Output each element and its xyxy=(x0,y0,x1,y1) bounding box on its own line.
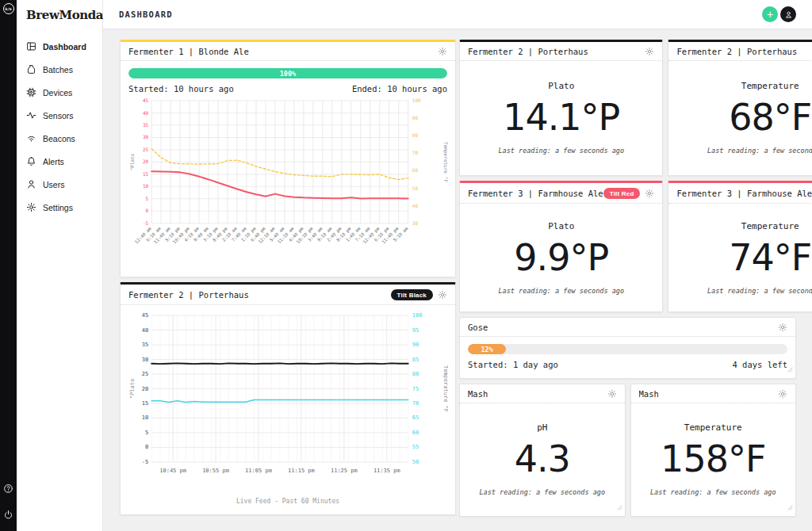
gear-icon[interactable] xyxy=(438,47,447,56)
svg-text:10:55 pm: 10:55 pm xyxy=(202,467,229,474)
gear-icon[interactable] xyxy=(778,389,787,399)
svg-text:Temperature °F: Temperature °F xyxy=(442,142,448,182)
card-title: Fermenter 1 | Blonde Ale xyxy=(128,47,249,56)
sensors-icon xyxy=(26,110,36,120)
add-button[interactable]: + xyxy=(762,6,778,22)
last-reading: Last reading: a few seconds ago xyxy=(498,147,624,155)
card-title: Fermenter 2 | Porterhaus xyxy=(676,47,797,56)
sidebar-item-settings[interactable]: Settings xyxy=(17,196,102,219)
dashboard-content: Fermenter 1 | Blonde Ale 100% Started: 1… xyxy=(103,29,812,517)
svg-text:50: 50 xyxy=(412,185,419,191)
svg-text:25: 25 xyxy=(142,370,148,377)
sidebar-item-label: Settings xyxy=(43,203,73,212)
card-stat-f2-plato: Fermenter 2 | Porterhaus Plato 14.1°P La… xyxy=(459,40,663,176)
gear-icon[interactable] xyxy=(607,389,617,399)
gear-icon[interactable] xyxy=(438,290,447,300)
resize-handle[interactable] xyxy=(617,499,622,514)
metric-label: Plato xyxy=(548,81,574,91)
power-icon[interactable] xyxy=(3,509,13,523)
fermenter1-history-chart: -50510152025303540453040506070809010012:… xyxy=(128,96,448,266)
avatar-button[interactable] xyxy=(780,6,796,22)
card-mash-temp: Mash Temperature 158°F Last reading: a f… xyxy=(630,384,797,517)
devices-icon xyxy=(26,87,36,97)
svg-text:45: 45 xyxy=(142,311,148,319)
svg-text:50: 50 xyxy=(412,458,419,465)
help-icon[interactable] xyxy=(3,483,13,497)
svg-text:40: 40 xyxy=(142,327,148,334)
svg-text:11:35 pm: 11:35 pm xyxy=(373,467,400,474)
resize-handle[interactable] xyxy=(787,361,793,376)
svg-text:60: 60 xyxy=(412,167,419,173)
svg-text:5: 5 xyxy=(145,429,148,436)
metric-label: Temperature xyxy=(684,422,742,433)
sidebar-item-devices[interactable]: Devices xyxy=(17,81,102,104)
card-title: Mash xyxy=(468,389,488,399)
started-label: Started: 10 hours ago xyxy=(128,84,234,94)
settings-icon xyxy=(26,202,36,212)
gear-icon[interactable] xyxy=(645,47,654,56)
topbar: DASHBOARD + xyxy=(103,0,812,29)
metric-value: 158°F xyxy=(661,441,765,477)
svg-text:80: 80 xyxy=(412,132,419,138)
dashboard-icon xyxy=(26,41,36,52)
metric-value: 9.9°P xyxy=(514,239,608,276)
sidebar-item-beacons[interactable]: Beacons xyxy=(17,127,102,150)
sidebar-item-dashboard[interactable]: Dashboard xyxy=(17,35,102,58)
card-title: Fermenter 2 | Porterhaus xyxy=(128,290,249,300)
sidebar-nav: DashboardBatchesDevicesSensorsBeaconsAle… xyxy=(17,35,102,219)
sidebar-item-batches[interactable]: Batches xyxy=(17,58,102,81)
sidebar-item-label: Alerts xyxy=(43,157,64,166)
resize-handle[interactable] xyxy=(787,499,793,514)
progress-label: 12% xyxy=(481,346,493,353)
sidebar-item-users[interactable]: Users xyxy=(17,173,102,196)
svg-text:°Plato: °Plato xyxy=(128,379,136,399)
started-label: Started: 1 day ago xyxy=(468,360,558,369)
svg-text:10: 10 xyxy=(142,414,148,421)
users-icon xyxy=(26,179,36,189)
svg-text:20: 20 xyxy=(143,159,149,164)
page-title: DASHBOARD xyxy=(119,10,173,19)
sidebar-item-sensors[interactable]: Sensors xyxy=(17,104,102,127)
svg-text:-5: -5 xyxy=(142,458,148,465)
card-title: Fermenter 3 | Farmhouse Ale xyxy=(468,189,603,198)
svg-text:30: 30 xyxy=(412,220,419,226)
progress-fill: 12% xyxy=(468,344,506,354)
svg-text:90: 90 xyxy=(412,115,419,120)
svg-text:45: 45 xyxy=(143,97,149,103)
card-title: Mash xyxy=(639,389,659,399)
svg-text:15: 15 xyxy=(142,399,148,407)
metric-value: 74°F xyxy=(729,239,811,276)
last-reading: Last reading: a few seconds ago xyxy=(650,488,776,496)
tilt-black-badge: Tilt Black xyxy=(391,289,433,300)
svg-text:-5: -5 xyxy=(143,220,149,226)
progress-fill: 100% xyxy=(128,68,447,78)
gear-icon[interactable] xyxy=(778,323,787,332)
plus-icon: + xyxy=(767,9,773,20)
svg-text:65: 65 xyxy=(412,414,419,421)
sidebar-item-label: Batches xyxy=(43,65,73,74)
progress-bar: 100% xyxy=(128,68,447,78)
metric-value: 4.3 xyxy=(515,441,570,477)
brand-badge: b/m xyxy=(3,3,14,14)
card-fermenter1: Fermenter 1 | Blonde Ale 100% Started: 1… xyxy=(120,40,456,277)
metric-value: 14.1°P xyxy=(503,99,619,136)
svg-text:20: 20 xyxy=(142,385,148,392)
chart-caption: Live Feed - Past 60 Minutes xyxy=(121,498,455,505)
metric-label: Plato xyxy=(548,221,574,231)
last-reading: Last reading: a few seconds ago xyxy=(479,488,605,496)
svg-text:Temperature °F: Temperature °F xyxy=(442,365,448,412)
progress-label: 100% xyxy=(280,70,296,78)
svg-text:0: 0 xyxy=(145,443,148,450)
svg-text:11:15 pm: 11:15 pm xyxy=(288,467,315,474)
svg-text:70: 70 xyxy=(412,399,419,407)
card-stat-f2-temp: Fermenter 2 | Porterhaus Temperature 68°… xyxy=(668,40,812,176)
svg-text:30: 30 xyxy=(142,356,148,363)
svg-text:35: 35 xyxy=(142,341,148,348)
svg-text:60: 60 xyxy=(412,429,419,436)
sidebar-item-label: Devices xyxy=(43,88,72,97)
svg-text:100: 100 xyxy=(412,311,423,319)
beacons-icon xyxy=(26,133,36,143)
gear-icon[interactable] xyxy=(645,189,654,198)
sidebar-item-label: Users xyxy=(43,180,64,189)
sidebar-item-alerts[interactable]: Alerts xyxy=(17,150,102,173)
